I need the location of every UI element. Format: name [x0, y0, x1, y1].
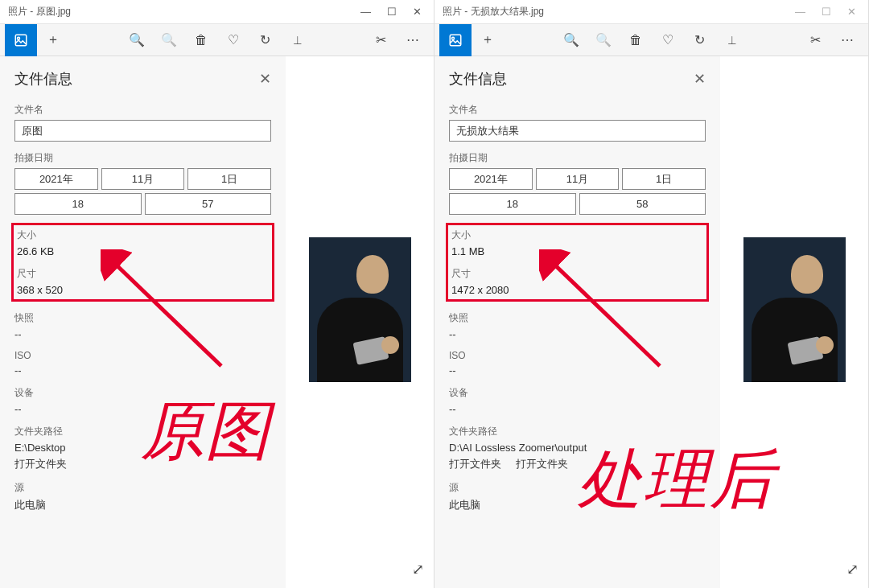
filename-input[interactable] [14, 120, 271, 142]
device-label: 设备 [449, 386, 706, 400]
device-value: -- [449, 403, 706, 415]
zoom-in-button[interactable]: 🔍 [121, 24, 153, 56]
date-label: 拍摄日期 [449, 151, 706, 165]
photo-viewer-window-original: 照片 - 原图.jpg — ☐ ✕ ＋ 🔍 🔍 🗑 ♡ ↻ ⟂ ✂ ⋯ 文件信息… [0, 0, 434, 588]
toolbar: ＋ 🔍 🔍 🗑 ♡ ↻ ⟂ ✂ ⋯ [434, 24, 868, 56]
annotation-label-processed: 处理后 [578, 437, 776, 524]
image-viewer[interactable]: ⤢ [286, 56, 434, 588]
zoom-out-button[interactable]: 🔍 [587, 24, 620, 56]
zoom-out-button[interactable]: 🔍 [153, 24, 185, 56]
titlebar[interactable]: 照片 - 原图.jpg — ☐ ✕ [0, 0, 434, 24]
rotate-button[interactable]: ↻ [249, 24, 282, 56]
close-button[interactable]: ✕ [847, 6, 856, 18]
rotate-button[interactable]: ↻ [684, 24, 716, 56]
dim-value: 1472 x 2080 [451, 284, 703, 296]
annotation-label-original: 原图 [141, 389, 270, 475]
filename-label: 文件名 [14, 103, 271, 117]
favorite-button[interactable]: ♡ [652, 24, 684, 56]
year-input[interactable] [449, 168, 533, 190]
toolbar: ＋ 🔍 🔍 🗑 ♡ ↻ ⟂ ✂ ⋯ [0, 24, 434, 56]
panel-close-icon[interactable]: ✕ [259, 70, 271, 88]
snapshot-label: 快照 [14, 311, 271, 325]
resize-handle-icon[interactable]: ⤢ [846, 561, 859, 578]
photo-viewer-window-processed: 照片 - 无损放大结果.jpg — ☐ ✕ ＋ 🔍 🔍 🗑 ♡ ↻ ⟂ ✂ ⋯ … [434, 0, 869, 588]
date-label: 拍摄日期 [14, 151, 271, 165]
crop-button[interactable]: ⟂ [716, 24, 748, 56]
edit-button[interactable]: ✂ [799, 24, 831, 56]
panel-close-icon[interactable]: ✕ [694, 70, 706, 88]
filename-label: 文件名 [449, 103, 706, 117]
hour-input[interactable] [449, 193, 576, 215]
delete-button[interactable]: 🗑 [185, 24, 217, 56]
more-button[interactable]: ⋯ [397, 24, 429, 56]
minute-input[interactable] [579, 193, 706, 215]
iso-value: -- [449, 364, 706, 376]
size-dim-highlight: 大小 26.6 KB 尺寸 368 x 520 [11, 223, 274, 302]
minimize-button[interactable]: — [360, 6, 371, 18]
minimize-button[interactable]: — [795, 6, 805, 18]
more-button[interactable]: ⋯ [831, 24, 863, 56]
svg-point-4 [452, 37, 455, 39]
size-label: 大小 [451, 228, 703, 242]
dim-label: 尺寸 [17, 267, 269, 281]
size-value: 1.1 MB [451, 245, 703, 257]
filename-input[interactable] [449, 120, 706, 142]
edit-button[interactable]: ✂ [364, 24, 397, 56]
maximize-button[interactable]: ☐ [387, 6, 397, 18]
iso-label: ISO [14, 350, 271, 361]
photo-thumbnail [309, 237, 411, 382]
snapshot-label: 快照 [449, 311, 706, 325]
maximize-button[interactable]: ☐ [822, 6, 831, 18]
size-value: 26.6 KB [17, 245, 269, 257]
window-controls: — ☐ ✕ [795, 6, 868, 18]
delete-button[interactable]: 🗑 [620, 24, 652, 56]
day-input[interactable] [622, 168, 706, 190]
content-area: 文件信息 ✕ 文件名 拍摄日期 大小 26.6 KB 尺寸 368 x 520 … [0, 56, 434, 588]
crop-button[interactable]: ⟂ [282, 24, 314, 56]
hour-input[interactable] [14, 193, 142, 215]
dim-value: 368 x 520 [17, 284, 269, 296]
panel-title: 文件信息 [14, 69, 72, 88]
file-info-panel: 文件信息 ✕ 文件名 拍摄日期 大小 26.6 KB 尺寸 368 x 520 … [0, 56, 286, 588]
iso-label: ISO [449, 350, 706, 361]
snapshot-value: -- [14, 328, 271, 340]
open-folder-link[interactable]: 打开文件夹 [449, 457, 501, 471]
day-input[interactable] [187, 168, 271, 190]
window-title: 照片 - 原图.jpg [8, 5, 71, 19]
svg-point-1 [18, 37, 20, 39]
window-title: 照片 - 无损放大结果.jpg [443, 5, 544, 19]
source-value: 此电脑 [14, 498, 271, 512]
size-label: 大小 [17, 228, 269, 242]
iso-value: -- [14, 364, 271, 376]
titlebar[interactable]: 照片 - 无损放大结果.jpg — ☐ ✕ [434, 0, 868, 24]
month-input[interactable] [101, 168, 185, 190]
window-controls: — ☐ ✕ [360, 6, 434, 18]
dim-label: 尺寸 [451, 267, 703, 281]
favorite-button[interactable]: ♡ [217, 24, 249, 56]
open-folder-link-2[interactable]: 打开文件夹 [516, 457, 568, 471]
month-input[interactable] [536, 168, 620, 190]
size-dim-highlight: 大小 1.1 MB 尺寸 1472 x 2080 [446, 223, 709, 302]
snapshot-value: -- [449, 328, 706, 340]
gallery-button[interactable] [439, 24, 472, 56]
add-button[interactable]: ＋ [37, 24, 69, 56]
add-button[interactable]: ＋ [472, 24, 504, 56]
source-label: 源 [14, 481, 271, 495]
year-input[interactable] [14, 168, 98, 190]
close-button[interactable]: ✕ [413, 6, 422, 18]
zoom-in-button[interactable]: 🔍 [555, 24, 587, 56]
gallery-button[interactable] [5, 24, 37, 56]
resize-handle-icon[interactable]: ⤢ [412, 561, 424, 578]
svg-rect-3 [450, 35, 461, 46]
photo-thumbnail [743, 237, 846, 382]
panel-title: 文件信息 [449, 69, 507, 88]
minute-input[interactable] [145, 193, 272, 215]
svg-rect-0 [15, 35, 27, 46]
